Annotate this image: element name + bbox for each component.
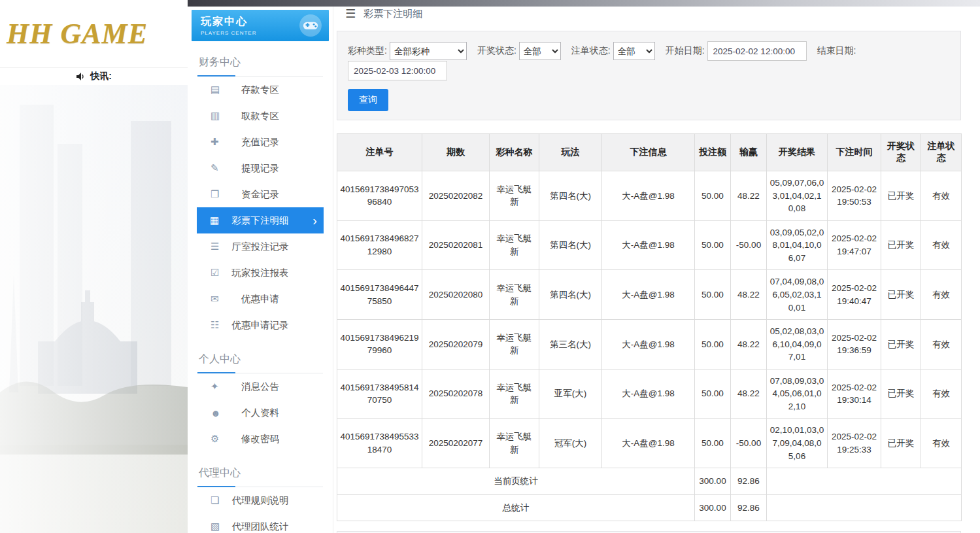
cell-bet_status: 有效 xyxy=(921,320,962,370)
cell-lottery: 幸运飞艇新 xyxy=(490,419,539,468)
sidebar-item-label: 代理团队统计 xyxy=(232,521,289,533)
table-body: 40156917384970539684020250202082幸运飞艇新第四名… xyxy=(337,171,962,468)
sidebar-item-label: 资金记录 xyxy=(241,188,279,201)
cell-lottery: 幸运飞艇新 xyxy=(490,270,539,320)
sidebar-item-profile[interactable]: ☻个人资料 xyxy=(197,400,323,426)
sidebar-item-label: 厅室投注记录 xyxy=(232,241,289,253)
cell-bet_info: 大-A盘@1.98 xyxy=(602,320,695,370)
bets-table: 注单号期数彩种名称玩法下注信息投注额输赢开奖结果下注时间开奖状态注单状态 401… xyxy=(337,133,962,521)
sidebar-item-label: 彩票下注明细 xyxy=(232,215,289,227)
cell-draw_status: 已开奖 xyxy=(881,270,921,320)
filter-panel: 彩种类型: 全部彩种 开奖状态: 全部 注单状态: 全部 开始日期: 结束日期: xyxy=(337,31,961,120)
sidebar-item-fund-records[interactable]: ❒资金记录 xyxy=(197,181,323,207)
cell-draw_status: 已开奖 xyxy=(881,220,921,270)
funds-record-icon: ❒ xyxy=(211,188,219,200)
page-summary-bet-total: 300.00 xyxy=(695,468,731,495)
cell-bet_info: 大-A盘@1.98 xyxy=(602,419,695,468)
cell-lottery: 幸运飞艇新 xyxy=(490,369,539,419)
grand-summary-label: 总统计 xyxy=(337,494,695,521)
cell-bet_id: 401569173849621979960 xyxy=(337,320,422,370)
cell-winloss: 48.22 xyxy=(731,270,767,320)
recharge-record-icon: ✚ xyxy=(211,136,219,148)
news-bar: 快讯: xyxy=(0,67,188,85)
cell-time: 2025-02-02 19:40:47 xyxy=(828,270,881,320)
page-summary-row: 当前页统计 300.00 92.86 xyxy=(337,468,962,495)
sidebar-item-label: 充值记录 xyxy=(241,136,279,148)
table-row: 40156917384962197996020250202079幸运飞艇新第三名… xyxy=(337,320,962,370)
sidebar-item-withdraw[interactable]: ▥取款专区 xyxy=(197,103,323,129)
sidebar-item-label: 消息公告 xyxy=(241,381,279,393)
sidebar-item-recharge-records[interactable]: ✚充值记录 xyxy=(197,129,323,155)
top-gradient-strip xyxy=(188,0,980,7)
query-button[interactable]: 查询 xyxy=(348,89,388,111)
cell-draw_status: 已开奖 xyxy=(881,369,921,419)
end-date-input[interactable] xyxy=(348,61,447,80)
sidebar-section-title: 代理中心 xyxy=(197,461,323,487)
sidebar-item-change-password[interactable]: ⚙修改密码 xyxy=(197,426,323,452)
cell-amount: 50.00 xyxy=(695,419,731,468)
sidebar-item-agent-team-stats[interactable]: ▧代理团队统计 xyxy=(197,513,323,533)
column-header: 注单号 xyxy=(337,134,422,171)
sidebar-item-hall-bet-records[interactable]: ☰厅室投注记录 xyxy=(197,233,323,260)
menu-toggle-icon[interactable]: ☰ xyxy=(345,7,356,21)
cell-bet_id: 401569173849553318470 xyxy=(337,419,422,468)
sidebar-item-deposit[interactable]: ▤存款专区 xyxy=(197,77,323,103)
document-icon: ❏ xyxy=(211,494,219,506)
speaker-icon xyxy=(76,72,86,81)
sidebar-item-messages[interactable]: ✦消息公告 xyxy=(197,373,323,400)
cell-play: 第四名(大) xyxy=(539,171,602,221)
app-root: HH GAME 快讯: xyxy=(0,0,980,533)
grand-summary-empty-cell xyxy=(767,494,962,521)
sidebar-item-player-bet-report[interactable]: ☑玩家投注报表 xyxy=(197,260,323,286)
cell-bet_id: 401569173849581470750 xyxy=(337,369,422,419)
gear-icon: ⚙ xyxy=(211,433,219,445)
cell-time: 2025-02-02 19:47:07 xyxy=(828,220,881,270)
sidebar-item-promo-apply[interactable]: ✉优惠申请 xyxy=(197,286,323,312)
cell-draw_status: 已开奖 xyxy=(881,320,921,370)
filter-row: 彩种类型: 全部彩种 开奖状态: 全部 注单状态: 全部 开始日期: 结束日期: xyxy=(348,41,950,80)
sidebar-item-lottery-bet-details[interactable]: ▦彩票下注明细› xyxy=(197,207,324,233)
bet-status-label: 注单状态: xyxy=(571,45,611,57)
cell-result: 07,04,09,08,06,05,02,03,10,01 xyxy=(767,270,828,320)
cell-bet_id: 401569173849644775850 xyxy=(337,270,422,320)
column-header: 注单状态 xyxy=(921,134,962,171)
cell-bet_status: 有效 xyxy=(921,369,962,419)
cell-bet_info: 大-A盘@1.98 xyxy=(602,220,695,270)
sidebar-item-promo-apply-records[interactable]: ☷优惠申请记录 xyxy=(197,312,323,338)
end-date-label: 结束日期: xyxy=(817,45,856,57)
draw-status-select[interactable]: 全部 xyxy=(519,42,561,60)
sidebar-item-label: 取款专区 xyxy=(241,110,279,122)
stats-icon: ▧ xyxy=(211,521,220,532)
table-row: 40156917384955331847020250202077幸运飞艇新冠军(… xyxy=(337,419,962,468)
brand-panel: HH GAME 快讯: xyxy=(0,0,188,533)
cashout-record-icon: ✎ xyxy=(211,162,219,174)
cell-bet_status: 有效 xyxy=(921,419,962,468)
start-date-input[interactable] xyxy=(707,41,807,61)
lottery-type-label: 彩种类型: xyxy=(348,45,387,57)
sidebar-nav: 财务中心▤存款专区▥取款专区✚充值记录✎提现记录❒资金记录▦彩票下注明细›☰厅室… xyxy=(188,50,333,533)
table-header-row: 注单号期数彩种名称玩法下注信息投注额输赢开奖结果下注时间开奖状态注单状态 xyxy=(337,134,962,171)
grand-summary-row: 总统计 300.00 92.86 xyxy=(337,494,962,521)
cell-bet_id: 401569173849682712980 xyxy=(337,220,422,270)
cell-winloss: 48.22 xyxy=(731,320,767,370)
cell-time: 2025-02-02 19:30:14 xyxy=(828,369,881,419)
sidebar-item-agent-rules[interactable]: ❏代理规则说明 xyxy=(197,487,323,513)
sidebar-subtitle: PLAYERS CENTER xyxy=(201,30,256,36)
sidebar-item-label: 玩家投注报表 xyxy=(232,267,289,279)
cell-winloss: 48.22 xyxy=(731,171,767,221)
column-header: 彩种名称 xyxy=(490,134,539,171)
column-header: 下注信息 xyxy=(602,134,695,171)
sidebar-item-label: 存款专区 xyxy=(241,84,279,96)
sidebar-item-label: 修改密码 xyxy=(241,433,279,445)
cell-amount: 50.00 xyxy=(695,270,731,320)
bet-report-icon: ☑ xyxy=(211,267,219,279)
column-header: 开奖结果 xyxy=(767,134,828,171)
bet-status-select[interactable]: 全部 xyxy=(613,42,655,60)
sidebar-section-label: 财务中心 xyxy=(199,56,241,67)
sidebar-item-label: 优惠申请记录 xyxy=(232,319,289,332)
summary-section: 当前页统计 300.00 92.86 总统计 300.00 92.86 xyxy=(337,468,962,521)
lottery-type-select[interactable]: 全部彩种 xyxy=(390,42,467,60)
sidebar-item-cashout-records[interactable]: ✎提现记录 xyxy=(197,155,323,181)
cell-play: 第三名(大) xyxy=(539,320,602,370)
page-title: 彩票下注明细 xyxy=(363,8,422,20)
